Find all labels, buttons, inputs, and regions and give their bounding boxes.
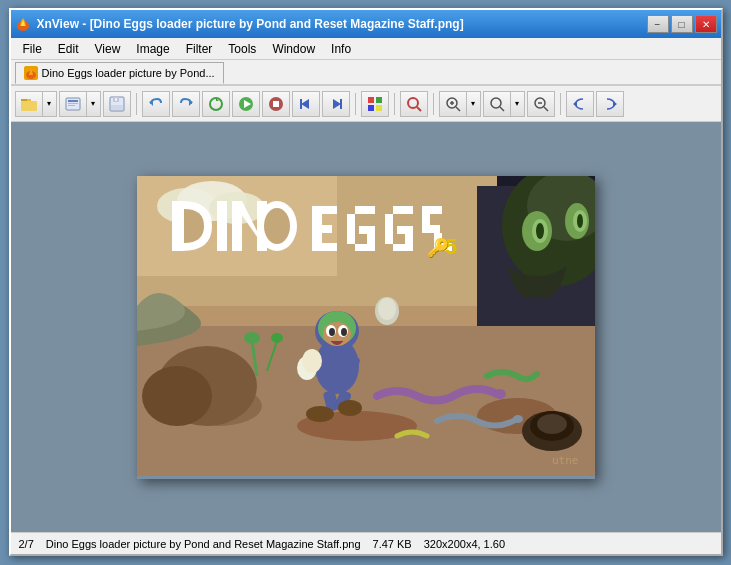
svg-rect-23 <box>340 99 342 109</box>
close-button[interactable]: ✕ <box>695 15 717 33</box>
svg-line-35 <box>500 107 504 111</box>
svg-rect-75 <box>397 226 413 234</box>
svg-point-108 <box>378 298 396 320</box>
svg-line-37 <box>544 107 548 111</box>
file-index: 2/7 <box>19 538 34 550</box>
forward-button[interactable] <box>596 91 624 117</box>
zoom-fit-group: ▾ <box>483 91 525 117</box>
svg-text:🔑: 🔑 <box>427 237 450 259</box>
svg-marker-20 <box>301 99 309 109</box>
maximize-button[interactable]: □ <box>671 15 693 33</box>
svg-rect-76 <box>422 206 442 214</box>
menu-file[interactable]: File <box>15 40 50 58</box>
undo-button[interactable] <box>142 91 170 117</box>
svg-rect-21 <box>300 99 302 109</box>
svg-marker-39 <box>573 101 577 107</box>
svg-rect-12 <box>111 105 123 110</box>
tab-icon <box>24 66 38 80</box>
svg-point-110 <box>513 415 523 423</box>
tab-0[interactable]: Dino Eggs loader picture by Pond... <box>15 62 224 84</box>
svg-point-34 <box>491 98 501 108</box>
separator-1 <box>136 93 137 115</box>
separator-4 <box>433 93 434 115</box>
svg-point-86 <box>142 366 212 426</box>
svg-point-97 <box>329 328 335 336</box>
separator-2 <box>355 93 356 115</box>
separator-5 <box>560 93 561 115</box>
next-button[interactable] <box>322 91 350 117</box>
svg-rect-24 <box>368 97 374 103</box>
redo-button[interactable] <box>172 91 200 117</box>
svg-point-98 <box>341 328 347 336</box>
svg-line-31 <box>456 107 460 111</box>
status-bar: 2/7 Dino Eggs loader picture by Pond and… <box>11 532 721 554</box>
svg-rect-7 <box>68 103 78 104</box>
svg-rect-11 <box>115 98 117 101</box>
file-size: 7.47 KB <box>373 538 412 550</box>
svg-point-105 <box>306 406 334 422</box>
open-button-group: ▾ <box>15 91 57 117</box>
menu-image[interactable]: Image <box>128 40 177 58</box>
minimize-button[interactable]: − <box>647 15 669 33</box>
svg-rect-64 <box>312 225 332 233</box>
menu-filter[interactable]: Filter <box>178 40 221 58</box>
menu-window[interactable]: Window <box>264 40 323 58</box>
zoom-in-group: ▾ <box>439 91 481 117</box>
svg-rect-4 <box>21 99 27 101</box>
open-dropdown[interactable]: ▾ <box>43 91 57 117</box>
svg-rect-57 <box>172 201 182 251</box>
prev-button[interactable] <box>292 91 320 117</box>
svg-point-113 <box>537 414 567 434</box>
tab-label: Dino Eggs loader picture by Pond... <box>42 67 215 79</box>
title-bar: XnView - [Dino Eggs loader picture by Po… <box>11 10 721 38</box>
main-window: XnView - [Dino Eggs loader picture by Po… <box>9 8 723 556</box>
canvas-area: utne 5 🔑 <box>11 122 721 532</box>
zoom-out-button[interactable] <box>527 91 555 117</box>
svg-rect-3 <box>21 101 37 111</box>
play-button[interactable] <box>232 91 260 117</box>
svg-rect-63 <box>312 206 337 214</box>
svg-rect-27 <box>376 105 382 111</box>
svg-rect-25 <box>376 97 382 103</box>
svg-line-29 <box>417 107 421 111</box>
svg-point-106 <box>338 400 362 416</box>
file-name: Dino Eggs loader picture by Pond and Res… <box>46 538 361 550</box>
menu-bar: File Edit View Image Filter Tools Window… <box>11 38 721 60</box>
svg-rect-70 <box>359 226 375 234</box>
svg-point-101 <box>302 349 322 373</box>
browse-button[interactable] <box>59 91 87 117</box>
browse-button-group: ▾ <box>59 91 101 117</box>
svg-point-90 <box>271 333 283 343</box>
open-button[interactable] <box>15 91 43 117</box>
zoom-in-dropdown[interactable]: ▾ <box>467 91 481 117</box>
game-image: utne 5 🔑 <box>137 176 595 476</box>
svg-rect-73 <box>393 244 413 251</box>
toolbar: ▾ ▾ <box>11 86 721 122</box>
menu-edit[interactable]: Edit <box>50 40 87 58</box>
stop-button[interactable] <box>262 91 290 117</box>
zoom-in-button[interactable] <box>439 91 467 117</box>
svg-rect-65 <box>312 243 337 251</box>
zoom-fit-dropdown[interactable]: ▾ <box>511 91 525 117</box>
svg-rect-6 <box>68 100 78 102</box>
svg-rect-26 <box>368 105 374 111</box>
browse-dropdown[interactable]: ▾ <box>87 91 101 117</box>
menu-info[interactable]: Info <box>323 40 359 58</box>
separator-3 <box>394 93 395 115</box>
svg-rect-72 <box>393 206 413 214</box>
menu-view[interactable]: View <box>87 40 129 58</box>
refresh-button[interactable] <box>202 91 230 117</box>
svg-rect-67 <box>355 206 375 214</box>
svg-point-28 <box>408 98 418 108</box>
menu-tools[interactable]: Tools <box>220 40 264 58</box>
svg-rect-79 <box>422 214 430 226</box>
back-button[interactable] <box>566 91 594 117</box>
save-as-button[interactable] <box>103 91 131 117</box>
zoom-fit-button[interactable] <box>483 91 511 117</box>
color-adjust-button[interactable] <box>361 91 389 117</box>
tab-bar: Dino Eggs loader picture by Pond... <box>11 60 721 86</box>
svg-rect-58 <box>217 201 227 251</box>
image-dimensions: 320x200x4, 1.60 <box>424 538 505 550</box>
svg-rect-68 <box>355 244 375 251</box>
xn-search-button[interactable] <box>400 91 428 117</box>
